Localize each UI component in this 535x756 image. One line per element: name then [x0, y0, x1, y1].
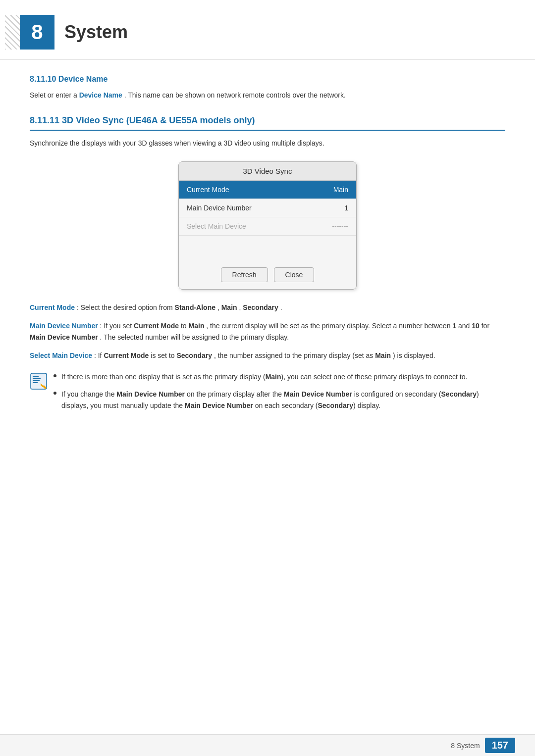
dialog-box: 3D Video Sync Current Mode Main Main Dev… [178, 161, 357, 290]
desc-select-main-device: Select Main Device : If Current Mode is … [30, 350, 505, 361]
dialog-row-main-device-number: Main Device Number 1 [179, 199, 356, 217]
bullet-dot-1 [54, 374, 56, 377]
svg-rect-1 [33, 376, 39, 377]
chapter-number-box: 8 [20, 15, 54, 50]
section-8-11-11-body: Synchronize the displays with your 3D gl… [30, 138, 505, 149]
note-bullets: If there is more than one display that i… [54, 371, 505, 417]
dialog-wrapper: 3D Video Sync Current Mode Main Main Dev… [30, 161, 505, 290]
close-button[interactable]: Close [274, 267, 315, 282]
section-heading-8-11-10: 8.11.10 Device Name [30, 75, 505, 84]
row-label-main-device-number: Main Device Number [187, 204, 252, 212]
body-text-suffix: . This name can be shown on network remo… [124, 91, 346, 99]
label-select-main-device: Select Main Device [30, 352, 92, 359]
dialog-row-select-main-device: Select Main Device ------- [179, 217, 356, 236]
row-value-select-main-device: ------- [332, 222, 348, 230]
option-stand-alone: Stand-Alone [175, 303, 215, 311]
note-text-2: If you change the Main Device Number on … [61, 389, 505, 411]
footer-page: 157 [485, 738, 515, 753]
desc-main-device-number: Main Device Number : If you set Current … [30, 320, 505, 343]
svg-rect-2 [33, 378, 41, 379]
label-current-mode: Current Mode [30, 303, 75, 311]
note-bullet-1: If there is more than one display that i… [54, 371, 505, 383]
option-main: Main [221, 303, 237, 311]
chapter-header: 8 System [0, 0, 535, 60]
body-text-prefix: Selet or enter a [30, 91, 79, 99]
inline-current-mode-2: Current Mode [104, 352, 149, 359]
dialog-row-current-mode: Current Mode Main [179, 181, 356, 199]
svg-rect-3 [33, 380, 40, 381]
main-content: 8.11.10 Device Name Selet or enter a Dev… [0, 75, 535, 457]
row-value-main-device-number: 1 [344, 204, 348, 212]
note-text-1: If there is more than one display that i… [61, 371, 467, 383]
dialog-spacer [179, 236, 356, 260]
note-bullet-2: If you change the Main Device Number on … [54, 389, 505, 411]
section-heading-8-11-11: 8.11.11 3D Video Sync (UE46A & UE55A mod… [30, 115, 505, 131]
note-section: If there is more than one display that i… [30, 371, 505, 417]
label-main-device-number: Main Device Number [30, 322, 98, 330]
inline-main-device-number: Main Device Number [30, 333, 98, 341]
row-label-select-main-device: Select Main Device [187, 222, 246, 230]
row-label-current-mode: Current Mode [187, 186, 229, 194]
footer-text: 8 System [451, 742, 480, 750]
inline-secondary: Secondary [176, 352, 212, 359]
bullet-dot-2 [54, 392, 56, 395]
footer: 8 System 157 [0, 734, 535, 756]
dialog-buttons: Refresh Close [179, 260, 356, 289]
note-icon [30, 372, 48, 390]
inline-main: Main [189, 322, 205, 330]
section-8-11-10: 8.11.10 Device Name Selet or enter a Dev… [30, 75, 505, 101]
svg-rect-4 [33, 382, 38, 383]
device-name-term: Device Name [79, 91, 122, 99]
option-secondary: Secondary [243, 303, 278, 311]
inline-current-mode: Current Mode [134, 322, 179, 330]
chapter-title: System [64, 22, 128, 43]
refresh-button[interactable]: Refresh [221, 267, 268, 282]
inline-main-2: Main [375, 352, 391, 359]
section-8-11-11: 8.11.11 3D Video Sync (UE46A & UE55A mod… [30, 115, 505, 417]
dialog-title: 3D Video Sync [179, 162, 356, 181]
row-value-current-mode: Main [333, 186, 348, 194]
section-8-11-10-body: Selet or enter a Device Name . This name… [30, 90, 505, 101]
chapter-number: 8 [31, 20, 43, 44]
desc-current-mode: Current Mode : Select the desired option… [30, 302, 505, 313]
